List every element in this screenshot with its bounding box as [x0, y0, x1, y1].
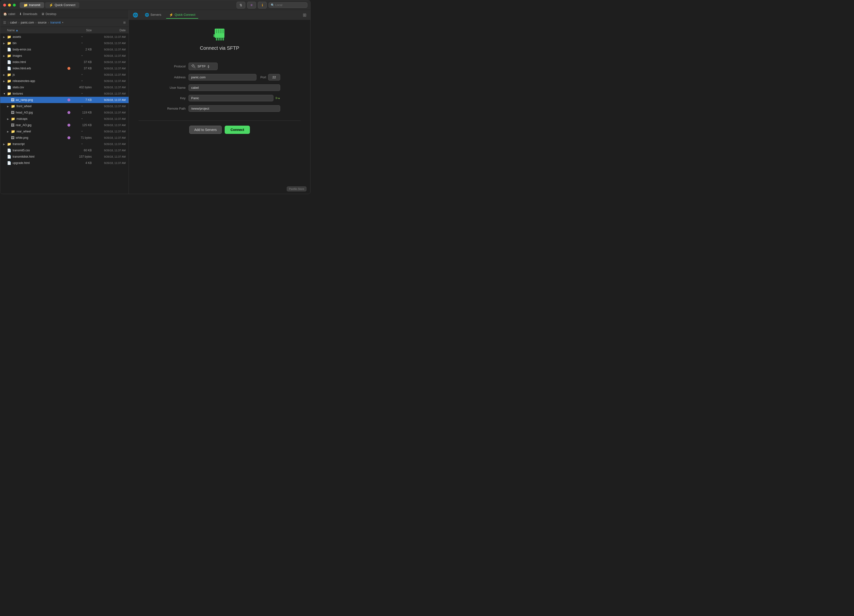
file-row[interactable]: 🖼 rear_AO.jpg 125 KB 9/26/18, 11:37 AM [0, 122, 128, 128]
tab-quick-connect[interactable]: ⚡ Quick Connect [166, 11, 198, 19]
expand-icon[interactable]: ▶ [3, 42, 7, 45]
search-input[interactable] [275, 3, 305, 7]
left-panel: 🏠 cabel ⬇ Downloads 🖥 Desktop ☰ | cabel … [0, 10, 129, 194]
file-badge-purple [67, 111, 70, 114]
expand-icon[interactable]: ▶ [3, 80, 7, 82]
globe-icon: 🌐 [133, 12, 138, 18]
add-to-servers-button[interactable]: Add to Servers [189, 126, 222, 134]
location-tab-desktop[interactable]: 🖥 Desktop [41, 11, 56, 17]
file-row[interactable]: ▼ 📁 textures • 9/26/18, 11:37 AM [0, 90, 128, 97]
file-row[interactable]: 📄 stats.csv 402 bytes 9/26/18, 11:37 AM [0, 84, 128, 90]
file-row[interactable]: ▶ 📁 transcript • 9/26/18, 11:37 AM [0, 141, 128, 147]
file-date: 9/26/18, 11:37 AM [92, 61, 126, 64]
file-row[interactable]: 📄 index.html 37 KB 9/26/18, 11:37 AM [0, 59, 128, 65]
protocol-control: 🔌 SFTP ▲ ▼ [189, 62, 280, 70]
file-row[interactable]: ▶ 📁 rear_wheel • 9/26/18, 11:37 AM [0, 128, 128, 135]
location-tab-cabel[interactable]: 🏠 cabel [3, 11, 15, 17]
breadcrumb-transmit[interactable]: transmit [50, 21, 61, 24]
divider [139, 120, 300, 121]
port-input[interactable] [268, 74, 280, 81]
col-size-header[interactable]: Size [72, 29, 92, 32]
info-button[interactable]: ℹ [258, 2, 267, 9]
panfile-badge[interactable]: Panfile.Store [287, 187, 307, 192]
file-row[interactable]: 🖼 white.png 71 bytes 9/26/18, 11:37 AM [0, 135, 128, 141]
file-name: index.html.erb [13, 67, 67, 70]
expand-icon[interactable]: ▶ [7, 118, 11, 120]
sort-button[interactable]: ⇅ [236, 2, 245, 9]
search-box[interactable]: 🔍 [268, 2, 307, 8]
maximize-button[interactable] [13, 4, 16, 6]
file-date: 9/26/18, 11:37 AM [92, 35, 126, 38]
file-row[interactable]: 📄 transmit5.css 60 KB 9/26/18, 11:37 AM [0, 147, 128, 154]
file-date: 9/26/18, 11:37 AM [92, 67, 126, 70]
close-button[interactable] [3, 4, 6, 6]
file-name: upgrade.html [13, 161, 72, 165]
key-input[interactable] [189, 95, 273, 101]
grid-view-icon[interactable]: ⊞ [303, 12, 307, 18]
file-date: 9/26/18, 11:37 AM [92, 105, 126, 108]
file-size: 4 KB [72, 161, 92, 165]
svg-rect-8 [223, 29, 224, 33]
folder-icon: 📁 [7, 142, 11, 146]
folder-icon: 📁 [7, 54, 11, 58]
stepper-arrows[interactable]: ▲ ▼ [207, 64, 210, 68]
file-row[interactable]: 📄 transmitdisk.html 157 bytes 9/26/18, 1… [0, 154, 128, 160]
file-name: transcript [13, 142, 72, 146]
address-input[interactable] [189, 74, 256, 81]
file-row[interactable]: ▶ 📁 releasenotes-app • 9/26/18, 11:37 AM [0, 78, 128, 84]
file-row[interactable]: ▶ 📁 images • 9/26/18, 11:37 AM [0, 53, 128, 59]
file-size: • [72, 73, 92, 76]
folder-icon: 📁 [7, 79, 11, 83]
expand-icon[interactable]: ▶ [7, 130, 11, 133]
file-row[interactable]: 📄 upgrade.html 4 KB 9/26/18, 11:37 AM [0, 160, 128, 166]
remote-path-input[interactable] [189, 105, 280, 112]
username-input[interactable] [189, 84, 280, 91]
tab-servers-label: Servers [150, 13, 161, 17]
expand-icon[interactable]: ▶ [3, 143, 7, 146]
html-file-icon: 📄 [7, 60, 11, 64]
folder-icon: 📁 [11, 117, 15, 121]
breadcrumb-cabel[interactable]: cabel [10, 21, 17, 24]
svg-rect-3 [220, 38, 222, 41]
file-row[interactable]: ▶ 📁 assets • 9/26/18, 11:37 AM [0, 34, 128, 40]
tab-quick-connect[interactable]: ⚡ Quick Connect [45, 2, 79, 8]
file-row[interactable]: ▶ 📁 js • 9/26/18, 11:37 AM [0, 71, 128, 78]
file-row[interactable]: ▶ 📁 matcaps • 9/26/18, 11:37 AM [0, 116, 128, 122]
sidebar-toggle-icon[interactable]: ☰ [3, 21, 6, 24]
file-row[interactable]: ▶ 📁 bin • 9/26/18, 11:37 AM [0, 40, 128, 46]
breadcrumb-panic[interactable]: panic.com [21, 21, 34, 24]
minimize-button[interactable] [8, 4, 11, 6]
key-icon-button[interactable]: 🗝 [275, 95, 280, 101]
svg-rect-5 [216, 29, 217, 33]
search-icon: 🔍 [271, 3, 274, 7]
protocol-select[interactable]: 🔌 SFTP ▲ ▼ [189, 62, 218, 70]
expand-icon[interactable]: ▶ [3, 55, 7, 57]
breadcrumb-dropdown-icon[interactable]: ▾ [62, 21, 63, 24]
file-date: 9/26/18, 11:37 AM [92, 149, 126, 152]
key-label: Key [159, 96, 186, 100]
file-row[interactable]: ▶ 📁 front_wheel • 9/26/18, 11:37 AM [0, 103, 128, 110]
file-row[interactable]: 📄 index.html.erb 37 KB 9/26/18, 11:37 AM [0, 65, 128, 71]
file-row[interactable]: 📄 body-error.css 2 KB 9/26/18, 11:37 AM [0, 46, 128, 53]
connect-button[interactable]: Connect [225, 126, 250, 134]
tab-servers[interactable]: 🌐 Servers [142, 11, 164, 19]
location-tab-cabel-label: cabel [8, 12, 15, 16]
expand-icon[interactable]: ▶ [7, 105, 11, 108]
breadcrumb-source[interactable]: source [38, 21, 47, 24]
expand-icon[interactable]: ▶ [3, 73, 7, 76]
jpg-file-icon: 🖼 [11, 111, 14, 114]
breadcrumb-grid-icon[interactable]: ⊞ [123, 21, 126, 24]
location-tab-downloads[interactable]: ⬇ Downloads [19, 11, 37, 17]
file-row-selected[interactable]: 🖼 ao_ramp.png 7 KB 9/26/18, 11:37 AM [0, 97, 128, 103]
tab-transmit[interactable]: 📁 transmit [20, 2, 44, 8]
expand-icon[interactable]: ▶ [3, 36, 7, 38]
file-name: front_wheel [17, 105, 72, 108]
col-date-header[interactable]: Date [92, 29, 126, 32]
col-date-label: Date [120, 29, 126, 32]
col-name-header[interactable]: Name ▲ [7, 29, 72, 32]
file-list: ▶ 📁 assets • 9/26/18, 11:37 AM ▶ 📁 bin •… [0, 34, 128, 194]
file-size: 157 bytes [72, 155, 92, 158]
asterisk-button[interactable]: ✳ [247, 2, 256, 9]
expand-icon[interactable]: ▼ [3, 93, 7, 95]
file-row[interactable]: 🖼 head_AO.jpg 119 KB 9/26/18, 11:37 AM [0, 110, 128, 116]
